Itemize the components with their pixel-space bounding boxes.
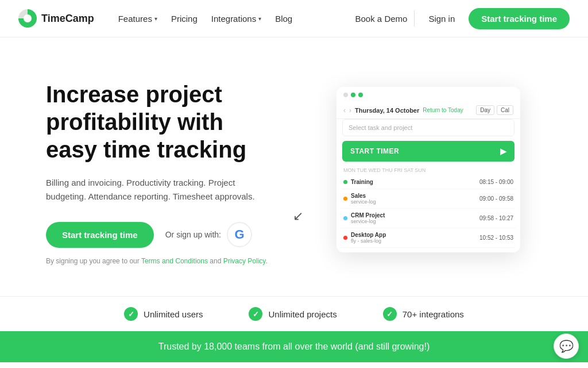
hero-title: Increase project profitability with easy… <box>46 80 276 163</box>
features-chevron-icon: ▾ <box>154 16 157 22</box>
dot2 <box>351 93 355 97</box>
feature-label-projects: Unlimited projects <box>268 309 336 319</box>
hero-actions: Start tracking time Or sign up with: G <box>46 222 276 248</box>
check-icon-integrations: ✓ <box>383 307 397 321</box>
mockup-header: ‹ › Thursday, 14 October Return to Today… <box>336 102 520 119</box>
row-dot-desktop <box>343 236 347 240</box>
row-dot-training <box>343 180 347 184</box>
book-demo-link[interactable]: Book a Demo <box>355 14 408 24</box>
corner-arrow-icon: ↙ <box>293 209 303 224</box>
return-today[interactable]: Return to Today <box>423 107 463 113</box>
nav-integrations[interactable]: Integrations ▾ <box>206 10 267 27</box>
terms-link[interactable]: Terms and Conditions <box>141 257 208 265</box>
trusted-text: Trusted by 18,000 teams from all over th… <box>158 342 430 351</box>
task-input-bar[interactable]: Select task and project <box>342 119 514 136</box>
mockup-date: Thursday, 14 October <box>355 107 419 114</box>
dot1 <box>343 93 348 97</box>
day-ctrl[interactable]: Day <box>476 105 494 115</box>
nav-links: Features ▾ Pricing Integrations ▾ Blog <box>113 10 298 27</box>
time-row-crm: CRM Project service-log 09:58 - 10:27 <box>341 209 516 228</box>
hero-left: Increase project profitability with easy… <box>46 80 287 265</box>
features-bar: ✓ Unlimited users ✓ Unlimited projects ✓… <box>0 296 588 331</box>
sign-up-with: Or sign up with: G <box>165 222 252 247</box>
feature-label-users: Unlimited users <box>144 309 203 319</box>
hero-right: ‹ › Thursday, 14 October Return to Today… <box>287 87 570 258</box>
feature-unlimited-users: ✓ Unlimited users <box>124 307 203 321</box>
hero-subtitle: Billing and invoicing. Productivity trac… <box>46 176 276 204</box>
logo-icon <box>18 9 37 28</box>
nav-blog[interactable]: Blog <box>269 10 298 27</box>
check-icon-projects: ✓ <box>249 307 262 321</box>
time-row-training: Training 08:15 - 09:00 <box>341 175 516 189</box>
navbar-left: TimeCamp Features ▾ Pricing Integrations… <box>18 9 298 28</box>
row-dot-crm <box>343 216 347 220</box>
row-dot-sales <box>343 197 347 201</box>
cal-ctrl[interactable]: Cal <box>497 105 513 115</box>
feature-integrations: ✓ 70+ integrations <box>383 307 464 321</box>
time-entries-header: MON TUE WED THU FRI SAT SUN <box>341 166 516 175</box>
privacy-link[interactable]: Privacy Policy <box>223 257 266 265</box>
dot3 <box>358 93 363 97</box>
mockup-controls: Day Cal <box>476 105 513 115</box>
integrations-chevron-icon: ▾ <box>258 16 261 22</box>
time-row-desktop: Desktop App fly - sales-log 10:52 - 10:5… <box>341 228 516 248</box>
time-row-sales: Sales service-log 09:00 - 09:58 <box>341 189 516 209</box>
nav-pricing[interactable]: Pricing <box>165 10 203 27</box>
nav-cta-button[interactable]: Start tracking time <box>469 8 570 29</box>
start-timer-bar[interactable]: START TIMER ▶ <box>342 141 514 162</box>
navbar-right: Book a Demo Sign in Start tracking time <box>355 8 570 29</box>
logo-text: TimeCamp <box>41 13 94 25</box>
nav-divider <box>414 10 415 26</box>
nav-features[interactable]: Features ▾ <box>113 10 163 27</box>
feature-label-integrations: 70+ integrations <box>403 309 464 319</box>
start-tracking-button[interactable]: Start tracking time <box>46 222 154 248</box>
hero-section: Increase project profitability with easy… <box>0 37 588 296</box>
trusted-bar: Trusted by 18,000 teams from all over th… <box>0 331 588 362</box>
logo[interactable]: TimeCamp <box>18 9 94 28</box>
time-entries: MON TUE WED THU FRI SAT SUN Training 08:… <box>336 166 520 252</box>
mockup-dots <box>336 87 520 102</box>
navbar: TimeCamp Features ▾ Pricing Integrations… <box>0 0 588 37</box>
feature-unlimited-projects: ✓ Unlimited projects <box>249 307 336 321</box>
terms-text: By signing up you agree to our Terms and… <box>46 257 276 265</box>
google-signup-button[interactable]: G <box>227 222 252 247</box>
play-icon: ▶ <box>500 147 507 156</box>
chat-bubble-button[interactable]: 💬 <box>554 334 579 359</box>
app-mockup: ‹ › Thursday, 14 October Return to Today… <box>336 87 520 252</box>
check-icon-users: ✓ <box>124 307 138 321</box>
sign-in-link[interactable]: Sign in <box>421 9 462 28</box>
